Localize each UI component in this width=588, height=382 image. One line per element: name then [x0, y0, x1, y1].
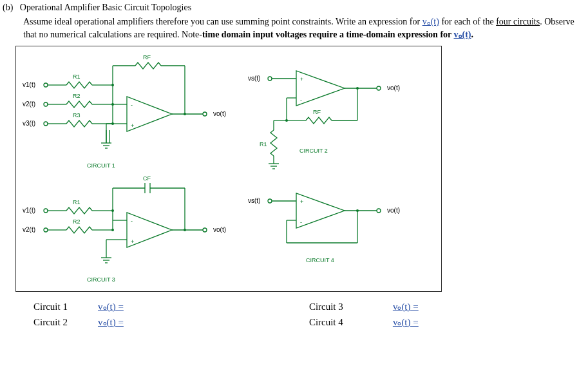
plus-icon: +: [300, 76, 303, 82]
para-end: .: [471, 30, 474, 39]
para-text-1: Assume ideal operational amplifiers ther…: [23, 17, 422, 26]
c4-vs-label: vs(t): [248, 197, 260, 204]
minus-icon: -: [131, 218, 133, 224]
svg-point-99: [377, 209, 381, 213]
c1-r3-label: R3: [73, 112, 81, 119]
c3-r1-label: R1: [73, 199, 81, 205]
answer-c1-lhs: vₒ(t) =: [98, 301, 124, 312]
plus-icon: +: [300, 198, 303, 205]
svg-point-89: [184, 229, 186, 231]
circuit-2: vs(t) + - RF R1: [248, 71, 400, 169]
c1-caption: CIRCUIT 1: [87, 162, 115, 169]
plus-icon: +: [131, 238, 134, 245]
svg-point-66: [377, 86, 381, 90]
svg-point-90: [203, 228, 207, 232]
answer-c1-name: Circuit 1: [33, 301, 98, 312]
c1-v1-label: v1(t): [23, 81, 35, 88]
c1-v2-label: v2(t): [23, 100, 35, 108]
svg-point-50: [268, 77, 272, 81]
circuit-3: v1(t) R1 v2(t) R2 CF: [23, 175, 226, 283]
answer-c2-lhs: vₒ(t) =: [98, 316, 124, 328]
svg-point-65: [356, 87, 359, 90]
svg-point-0: [44, 83, 48, 87]
c1-r2-label: R2: [73, 93, 81, 99]
minus-icon: -: [300, 219, 302, 225]
c3-cf-label: CF: [143, 175, 151, 182]
svg-point-98: [356, 209, 359, 212]
svg-point-49: [203, 112, 207, 116]
c3-v1-label: v1(t): [23, 207, 35, 214]
minus-icon: -: [300, 97, 302, 103]
vo-t-link-2[interactable]: vₒ(t): [454, 30, 471, 39]
c1-v3-label: v3(t): [23, 120, 35, 127]
c1-vo-label: vo(t): [213, 110, 226, 117]
c4-vo-label: vo(t): [387, 207, 400, 214]
svg-point-67: [44, 209, 48, 213]
answer-c3-lhs: vₒ(t) =: [393, 301, 419, 312]
bold-note: time domain input voltages require a tim…: [202, 30, 454, 39]
four-circuits-underline: four circuits: [496, 17, 540, 26]
vo-t-link-1[interactable]: vₒ(t): [422, 17, 439, 26]
part-label: (b): [3, 3, 13, 12]
answer-c4-lhs: vₒ(t) =: [393, 316, 419, 328]
c4-caption: CIRCUIT 4: [306, 257, 334, 263]
c2-r1-label: R1: [260, 141, 267, 148]
svg-point-6: [44, 122, 48, 126]
c2-vo-label: vo(t): [387, 84, 400, 91]
c2-vs-label: vs(t): [248, 75, 260, 82]
c1-rf-label: RF: [143, 54, 151, 61]
c2-rf-label: RF: [313, 109, 321, 115]
para-text-2: for each of the: [439, 17, 496, 26]
answer-c3-name: Circuit 3: [309, 301, 393, 312]
svg-point-3: [44, 102, 48, 106]
answer-c3-lhs-text: vₒ(t) =: [393, 301, 419, 312]
svg-point-91: [268, 199, 272, 203]
answer-c4-lhs-text: vₒ(t) =: [393, 317, 419, 327]
svg-point-63: [285, 119, 288, 122]
c3-r2-label: R2: [73, 218, 81, 225]
circuits-box: .w { stroke:#0a7a2a; stroke-width:1.3; f…: [15, 46, 442, 292]
problem-paragraph: Assume ideal operational amplifiers ther…: [23, 15, 588, 42]
circuit-4: vs(t) + - vo(t) CIRCUIT 4: [248, 193, 400, 263]
c2-caption: CIRCUIT 2: [299, 148, 328, 154]
svg-point-70: [44, 228, 48, 232]
circuit-1: v1(t) R1 v2(t) R2 v3(t) R3: [23, 54, 226, 169]
c3-caption: CIRCUIT 3: [87, 276, 115, 283]
section-title: Operational Amplifier Basic Circuit Topo…: [20, 3, 191, 12]
c1-r1-label: R1: [73, 73, 81, 80]
answers-block: Circuit 1 vₒ(t) = Circuit 2 vₒ(t) = Circ…: [15, 297, 544, 328]
c1-ground: [101, 124, 127, 148]
svg-point-75: [111, 229, 114, 231]
c3-v2-label: v2(t): [23, 226, 35, 233]
minus-icon: -: [131, 102, 133, 108]
c3-vo-label: vo(t): [213, 226, 226, 233]
circuits-svg: .w { stroke:#0a7a2a; stroke-width:1.3; f…: [16, 46, 441, 291]
answer-c4-name: Circuit 4: [309, 317, 393, 328]
svg-point-48: [184, 113, 186, 115]
plus-icon: +: [131, 122, 134, 129]
answer-c2-name: Circuit 2: [33, 317, 98, 328]
